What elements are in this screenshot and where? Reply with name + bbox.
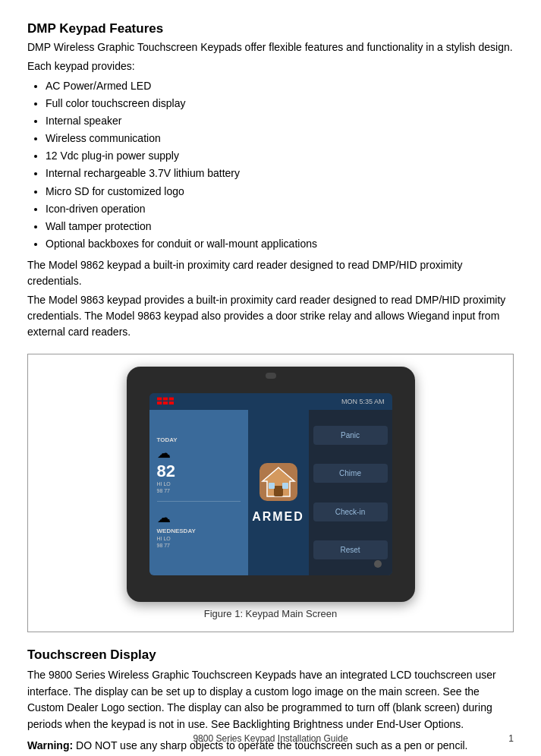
feature-item-9: Optional backboxes for conduit or wall-m… [46,235,514,253]
page-footer: 9800 Series Keypad Installation Guide 1 [0,733,541,744]
screen-right-buttons[interactable]: Panic Chime Check-in Reset [309,410,392,575]
svg-rect-5 [168,402,173,405]
feature-item-8: Wall tamper protection [46,218,514,235]
feature-list: AC Power/Armed LED Full color touchscree… [46,77,514,253]
dmp-logo-icon [157,397,174,406]
svg-rect-10 [282,483,288,489]
reset-button[interactable]: Reset [313,540,388,559]
footer-label: 9800 Series Keypad Installation Guide [193,733,348,744]
today-label: TODAY [157,436,241,443]
footer-page-number: 1 [508,733,514,744]
wednesday-label: WEDNESDAY [157,528,241,534]
feature-item-5: Internal rechargeable 3.7V lithium batte… [46,165,514,182]
checkin-button[interactable]: Check-in [313,502,388,521]
figure-container: MON 5:35 AM TODAY ☁ 82 HI LO 98 77 ☁ WED… [27,354,514,632]
model-9863-para: The Model 9863 keypad provides a built-i… [27,292,514,340]
wednesday-hilo-label: HI LO [157,536,241,541]
chime-button[interactable]: Chime [313,464,388,483]
touchscreen-title: Touchscreen Display [27,647,514,663]
svg-rect-4 [162,402,167,405]
svg-rect-9 [269,483,275,489]
wednesday-weather: ☁ WEDNESDAY HI LO 98 77 [157,509,241,548]
today-hilo: 98 77 [157,488,241,493]
screen-topbar: MON 5:35 AM [149,393,392,410]
svg-rect-2 [168,397,173,400]
keypad-screen: MON 5:35 AM TODAY ☁ 82 HI LO 98 77 ☁ WED… [149,393,392,575]
model-9862-para: The Model 9862 keypad a built-in proximi… [27,257,514,289]
today-weather-icon: ☁ [157,445,241,461]
feature-item-3: Wireless communication [46,130,514,147]
screen-bottom-dot [374,560,382,568]
screen-time: MON 5:35 AM [341,398,385,405]
armed-text: ARMED [252,510,304,524]
weather-divider [157,501,241,502]
svg-rect-3 [157,402,162,405]
feature-item-7: Icon-driven operation [46,200,514,218]
weather-panel: TODAY ☁ 82 HI LO 98 77 ☁ WEDNESDAY HI LO… [149,410,248,575]
house-icon [258,461,299,502]
touchscreen-body: The 9800 Series Wireless Graphic Touchsc… [27,667,514,733]
today-hilo-label: HI LO [157,481,241,487]
svg-rect-0 [157,397,162,400]
screen-center: ARMED [248,410,309,575]
feature-item-1: Full color touchscreen display [46,95,514,112]
intro-line1: DMP Wireless Graphic Touchscreen Keypads… [27,39,514,55]
page-title: DMP Keypad Features [27,21,514,36]
svg-rect-8 [274,486,283,496]
svg-rect-1 [162,397,167,400]
wednesday-weather-icon: ☁ [157,509,241,526]
today-weather: TODAY ☁ 82 HI LO 98 77 [157,436,241,493]
panic-button[interactable]: Panic [313,426,388,445]
keypad-device: MON 5:35 AM TODAY ☁ 82 HI LO 98 77 ☁ WED… [127,367,415,602]
intro-line2: Each keypad provides: [27,58,514,74]
feature-item-2: Internal speaker [46,112,514,130]
today-temp: 82 [157,463,241,480]
feature-item-4: 12 Vdc plug-in power supply [46,147,514,165]
figure-caption: Figure 1: Keypad Main Screen [204,608,338,619]
feature-item-6: Micro SD for customized logo [46,183,514,200]
camera-bump [266,373,276,379]
wednesday-hilo: 98 77 [157,543,241,548]
feature-item-0: AC Power/Armed LED [46,77,514,95]
